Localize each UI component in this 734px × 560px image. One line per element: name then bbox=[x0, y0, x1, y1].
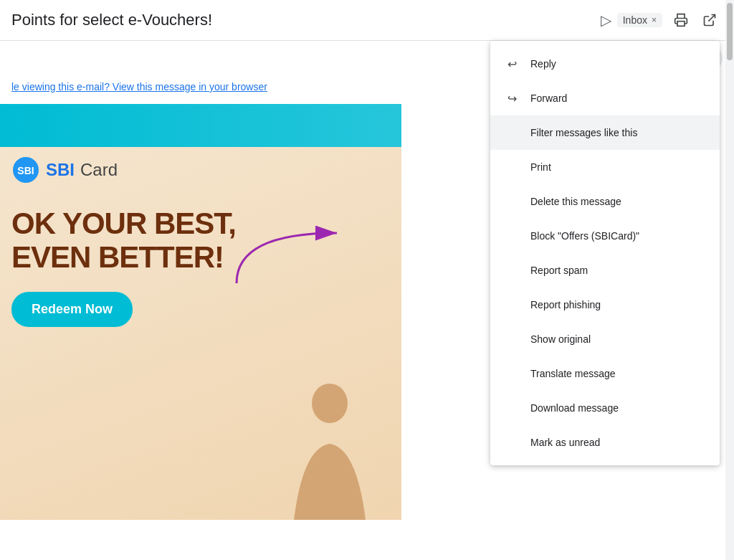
original-menu-label: Show original bbox=[530, 333, 591, 345]
menu-item-mark-unread[interactable]: Mark as unread bbox=[490, 425, 720, 460]
menu-item-translate[interactable]: Translate message bbox=[490, 356, 720, 391]
header-actions bbox=[668, 7, 723, 33]
sbi-headline-line2: EVEN BETTER! bbox=[11, 240, 390, 275]
spam-menu-icon bbox=[505, 263, 519, 277]
unread-menu-label: Mark as unread bbox=[530, 437, 600, 448]
email-header: Points for select e-Vouchers! ▷ Inbox × bbox=[0, 0, 734, 41]
menu-item-show-original[interactable]: Show original bbox=[490, 322, 720, 356]
email-toolbar: 5:07 PM (30 minutes ago) ☆ ↩ ⋮ ↩ Reply ↪… bbox=[0, 41, 734, 75]
menu-item-delete[interactable]: Delete this message bbox=[490, 184, 720, 219]
email-container: Points for select e-Vouchers! ▷ Inbox × bbox=[0, 0, 734, 560]
sbi-banner: SBI SBI Card OK YOUR BEST, EVEN BETTER! … bbox=[0, 104, 401, 520]
block-menu-label: Block "Offers (SBICard)" bbox=[530, 230, 639, 242]
menu-item-print[interactable]: Print bbox=[490, 150, 720, 184]
spam-menu-label: Report spam bbox=[530, 265, 588, 276]
download-menu-label: Download message bbox=[530, 402, 619, 414]
inbox-close-button[interactable]: × bbox=[652, 15, 657, 25]
scrollbar-thumb bbox=[727, 3, 733, 60]
svg-line-1 bbox=[708, 15, 715, 22]
svg-point-4 bbox=[312, 384, 348, 423]
menu-item-report-spam[interactable]: Report spam bbox=[490, 253, 720, 288]
menu-item-forward[interactable]: ↪ Forward bbox=[490, 81, 720, 115]
original-menu-icon bbox=[505, 332, 519, 346]
open-new-tab-button[interactable] bbox=[697, 7, 723, 33]
download-menu-icon bbox=[505, 401, 519, 415]
dropdown-menu: ↩ Reply ↪ Forward Filter messages like t… bbox=[490, 41, 720, 465]
sbi-logo-icon: SBI bbox=[11, 156, 40, 184]
delete-menu-icon bbox=[505, 194, 519, 209]
menu-item-reply[interactable]: ↩ Reply bbox=[490, 47, 720, 81]
inbox-label: Inbox bbox=[623, 14, 647, 26]
svg-rect-0 bbox=[677, 22, 685, 27]
translate-menu-label: Translate message bbox=[530, 368, 616, 379]
menu-item-download[interactable]: Download message bbox=[490, 391, 720, 425]
phishing-menu-icon bbox=[505, 298, 519, 312]
filter-menu-icon bbox=[505, 125, 519, 140]
scrollbar[interactable] bbox=[725, 0, 734, 560]
person-image bbox=[272, 376, 387, 520]
print-menu-label: Print bbox=[530, 161, 551, 173]
sbi-card-text: Card bbox=[80, 160, 118, 180]
sbi-logo-area: SBI SBI Card bbox=[0, 147, 401, 193]
menu-item-report-phishing[interactable]: Report phishing bbox=[490, 288, 720, 322]
filter-menu-label: Filter messages like this bbox=[530, 127, 637, 138]
sbi-headline-line1: OK YOUR BEST, bbox=[11, 207, 390, 240]
menu-item-block[interactable]: Block "Offers (SBICard)" bbox=[490, 219, 720, 253]
phishing-menu-label: Report phishing bbox=[530, 299, 601, 310]
delete-menu-label: Delete this message bbox=[530, 196, 621, 207]
svg-text:SBI: SBI bbox=[17, 165, 34, 176]
sbi-top-bar bbox=[0, 104, 401, 147]
forward-menu-label: Forward bbox=[530, 92, 567, 104]
reply-menu-label: Reply bbox=[530, 58, 556, 70]
email-title: Points for select e-Vouchers! bbox=[11, 11, 592, 29]
print-menu-icon bbox=[505, 160, 519, 174]
unread-menu-icon bbox=[505, 435, 519, 450]
reply-menu-icon: ↩ bbox=[505, 57, 519, 71]
redeem-now-button[interactable]: Redeem Now bbox=[11, 292, 133, 327]
forward-menu-icon: ↪ bbox=[505, 91, 519, 105]
print-button[interactable] bbox=[668, 7, 694, 33]
sbi-logo-text: SBI bbox=[46, 160, 75, 180]
block-menu-icon bbox=[505, 229, 519, 243]
inbox-badge: Inbox × bbox=[617, 13, 662, 27]
menu-item-filter[interactable]: Filter messages like this bbox=[490, 115, 720, 150]
snooze-icon: ▷ bbox=[601, 11, 611, 29]
translate-menu-icon bbox=[505, 366, 519, 381]
sbi-headline: OK YOUR BEST, EVEN BETTER! bbox=[0, 193, 401, 275]
